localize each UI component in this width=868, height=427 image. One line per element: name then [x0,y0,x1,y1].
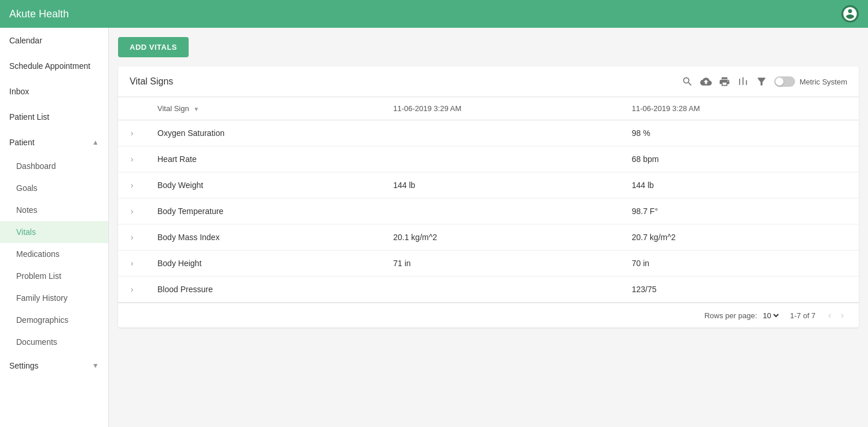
sidebar-item-inbox[interactable]: Inbox [0,79,108,104]
vitals-table-body: › Oxygen Saturation 98 % › Heart Rate 68… [118,120,859,303]
app-title: Akute Health [9,8,69,20]
settings-section-label: Settings [9,361,39,370]
vital-sign-name: Heart Rate [146,146,381,172]
chevron-right-icon[interactable]: › [131,207,134,216]
next-page-button[interactable]: › [837,309,847,322]
metric-system-toggle[interactable]: Metric System [774,76,847,87]
vitals-table-head: Vital Sign ▼ 11-06-2019 3:29 AM 11-06-20… [118,97,859,120]
col2-header: 11-06-2019 3:28 AM [620,97,859,120]
col1-value: 71 in [381,251,620,277]
col1-header: 11-06-2019 3:29 AM [381,97,620,120]
col2-value: 20.7 kg/m^2 [620,224,859,251]
toggle-knob [775,78,784,86]
filter-icon[interactable] [756,76,767,87]
sidebar-item-problem-list[interactable]: Problem List [0,265,108,287]
prev-page-button[interactable]: ‹ [825,309,834,322]
top-nav: Akute Health [0,0,868,28]
vitals-actions: Metric System [682,76,847,87]
layout: Calendar Schedule Appointment Inbox Pati… [0,28,868,427]
sidebar-item-demographics[interactable]: Demographics [0,309,108,331]
chevron-right-icon[interactable]: › [131,285,134,294]
page-nav: ‹ › [825,309,847,322]
sidebar-item-vitals[interactable]: Vitals [0,221,108,243]
vitals-table-header-row: Vital Sign ▼ 11-06-2019 3:29 AM 11-06-20… [118,97,859,120]
sidebar-item-patient-list[interactable]: Patient List [0,104,108,130]
sidebar-section-settings[interactable]: Settings ▼ [0,353,108,378]
expand-cell: › [118,120,146,146]
table-row: › Body Mass Index 20.1 kg/m^2 20.7 kg/m^… [118,224,859,251]
col1-value [381,146,620,172]
col1-value: 20.1 kg/m^2 [381,224,620,251]
table-row: › Body Weight 144 lb 144 lb [118,172,859,198]
rows-per-page-select[interactable]: 10 25 50 [760,311,781,321]
sidebar-item-family-history[interactable]: Family History [0,287,108,309]
sidebar-item-documents[interactable]: Documents [0,331,108,353]
sidebar-item-goals[interactable]: Goals [0,177,108,199]
pagination: Rows per page: 10 25 50 1-7 of 7 ‹ › [118,303,859,327]
table-row: › Heart Rate 68 bpm [118,146,859,172]
vital-sign-name: Body Weight [146,172,381,198]
expand-cell: › [118,172,146,198]
vitals-table: Vital Sign ▼ 11-06-2019 3:29 AM 11-06-20… [118,97,859,303]
vital-sign-name: Body Mass Index [146,224,381,251]
toggle-switch[interactable] [774,76,795,87]
sidebar: Calendar Schedule Appointment Inbox Pati… [0,28,109,427]
col2-value: 123/75 [620,277,859,303]
table-row: › Blood Pressure 123/75 [118,277,859,303]
vitals-card-header: Vital Signs [118,67,859,97]
rows-per-page-label: Rows per page: [704,311,757,320]
expand-cell: › [118,224,146,251]
expand-cell: › [118,146,146,172]
patient-section-label: Patient [9,138,35,147]
col2-value: 68 bpm [620,146,859,172]
expand-cell: › [118,277,146,303]
chevron-right-icon[interactable]: › [131,259,134,268]
chevron-up-icon: ▲ [92,138,99,146]
main-content: ADD VITALS Vital Signs [109,28,868,427]
vital-sign-name: Blood Pressure [146,277,381,303]
bar-chart-icon[interactable] [737,76,749,87]
vital-sign-name: Body Height [146,251,381,277]
sidebar-item-dashboard[interactable]: Dashboard [0,155,108,177]
vitals-card: Vital Signs [118,67,859,327]
col1-value: 144 lb [381,172,620,198]
sidebar-item-medications[interactable]: Medications [0,243,108,265]
user-avatar[interactable] [841,5,859,23]
sidebar-section-patient[interactable]: Patient ▲ [0,130,108,155]
col1-value [381,277,620,303]
col1-value [381,198,620,224]
metric-system-label: Metric System [800,78,847,86]
chevron-down-icon: ▼ [92,362,99,370]
chevron-right-icon[interactable]: › [131,233,134,242]
expand-cell: › [118,251,146,277]
rows-per-page: Rows per page: 10 25 50 [704,311,781,321]
sidebar-item-schedule-appointment[interactable]: Schedule Appointment [0,53,108,79]
page-range-label: 1-7 of 7 [790,311,815,320]
sidebar-item-notes[interactable]: Notes [0,199,108,221]
col2-value: 70 in [620,251,859,277]
col2-value: 98 % [620,120,859,146]
vital-sign-name: Oxygen Saturation [146,120,381,146]
vital-sign-name: Body Temperature [146,198,381,224]
chevron-right-icon[interactable]: › [131,128,134,138]
table-row: › Body Temperature 98.7 F° [118,198,859,224]
chevron-right-icon[interactable]: › [131,154,134,164]
print-icon[interactable] [719,76,730,87]
col2-value: 98.7 F° [620,198,859,224]
account-circle-icon [842,6,858,22]
sort-icon: ▼ [193,106,199,112]
cloud-upload-icon[interactable] [700,76,712,87]
col1-value [381,120,620,146]
col2-value: 144 lb [620,172,859,198]
expand-cell: › [118,198,146,224]
chevron-right-icon[interactable]: › [131,181,134,190]
vitals-card-title: Vital Signs [130,76,173,87]
table-row: › Oxygen Saturation 98 % [118,120,859,146]
add-vitals-button[interactable]: ADD VITALS [118,37,189,57]
table-row: › Body Height 71 in 70 in [118,251,859,277]
search-icon[interactable] [682,76,693,87]
expand-col-header [118,97,146,120]
vital-sign-col-header[interactable]: Vital Sign ▼ [146,97,381,120]
sidebar-item-calendar[interactable]: Calendar [0,28,108,53]
